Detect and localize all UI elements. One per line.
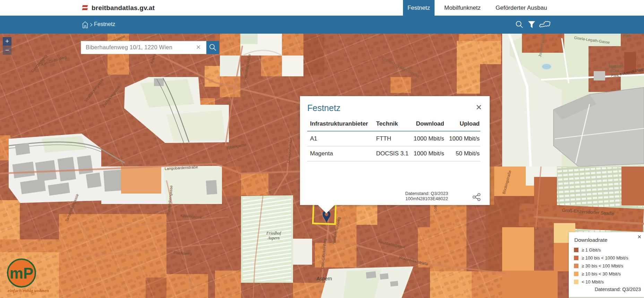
svg-text:Madame-: Madame-: [609, 64, 625, 68]
svg-text:d'Ora-: d'Ora-: [610, 69, 620, 73]
svg-text:Aspern: Aspern: [267, 236, 280, 240]
svg-text:Aspern: Aspern: [317, 276, 332, 281]
svg-text:Park: Park: [611, 73, 619, 77]
svg-text:mP: mP: [10, 265, 33, 282]
svg-text:Friedhof: Friedhof: [266, 231, 282, 236]
svg-text:Park: Park: [623, 34, 631, 38]
svg-text:einfach ruhig wohnen: einfach ruhig wohnen: [8, 288, 49, 293]
